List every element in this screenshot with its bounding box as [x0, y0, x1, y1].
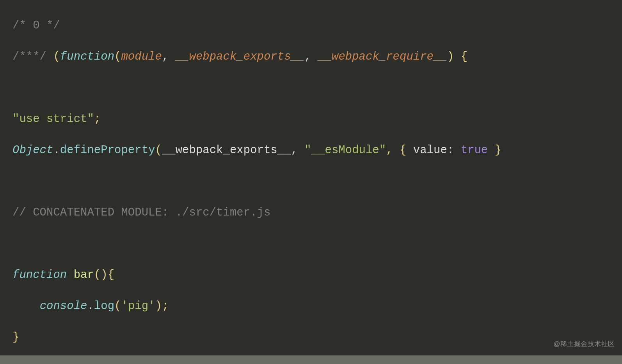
punct: ,	[304, 50, 318, 63]
punct: );	[155, 300, 169, 313]
identifier-console: console	[40, 300, 87, 313]
param-webpack-require: __webpack_require__	[318, 50, 447, 63]
string-literal: "use strict"	[12, 113, 94, 125]
comment-text: /* 0 */	[12, 19, 60, 32]
keyword-function: function	[12, 269, 67, 281]
code-line: console.log('pig');	[12, 299, 622, 314]
code-line-empty	[12, 80, 622, 96]
punct: (	[114, 300, 121, 313]
punct: ,	[291, 144, 305, 157]
punct: :	[447, 144, 461, 157]
punct: ;	[94, 113, 101, 125]
code-line: }	[12, 330, 622, 345]
code-line: // CONCATENATED MODULE: ./src/timer.js	[12, 205, 622, 221]
punct: .	[87, 300, 94, 313]
horizontal-scrollbar[interactable]	[0, 355, 622, 364]
punct: .	[53, 144, 60, 157]
punct: }	[488, 144, 501, 157]
punct: (){	[94, 269, 114, 281]
code-editor: /* 0 */ /***/ (function(module, __webpac…	[0, 0, 622, 364]
punct: ,	[162, 50, 176, 63]
param-webpack-exports: __webpack_exports__	[176, 50, 305, 63]
punct: }	[12, 331, 19, 344]
space	[67, 269, 73, 281]
punct: (	[46, 50, 60, 63]
keyword-true: true	[461, 144, 488, 157]
method-defineproperty: defineProperty	[60, 144, 155, 157]
string-literal: "__esModule"	[304, 144, 386, 157]
punct: (	[155, 144, 162, 157]
string-literal: 'pig'	[121, 300, 155, 313]
param-module: module	[121, 50, 162, 63]
comment-text: // CONCATENATED MODULE: ./src/timer.js	[12, 206, 270, 219]
code-line-empty	[12, 236, 622, 252]
code-line: "use strict";	[12, 111, 622, 127]
code-line: function bar(){	[12, 267, 622, 283]
indent	[12, 300, 40, 313]
code-line: /***/ (function(module, __webpack_export…	[12, 49, 622, 65]
prop-value: value	[413, 144, 447, 157]
keyword-function: function	[60, 50, 114, 63]
identifier: __webpack_exports__	[162, 144, 291, 157]
method-log: log	[94, 300, 114, 313]
identifier-object: Object	[12, 144, 53, 157]
watermark-text: @稀土掘金技术社区	[553, 339, 615, 348]
punct: (	[114, 50, 121, 63]
comment-text: /***/	[12, 50, 46, 63]
punct: , {	[386, 144, 413, 157]
function-name-bar: bar	[74, 269, 94, 281]
punct: ) {	[447, 50, 467, 63]
code-line: Object.defineProperty(__webpack_exports_…	[12, 143, 622, 158]
code-line-empty	[12, 174, 622, 189]
code-line: /* 0 */	[12, 18, 622, 34]
